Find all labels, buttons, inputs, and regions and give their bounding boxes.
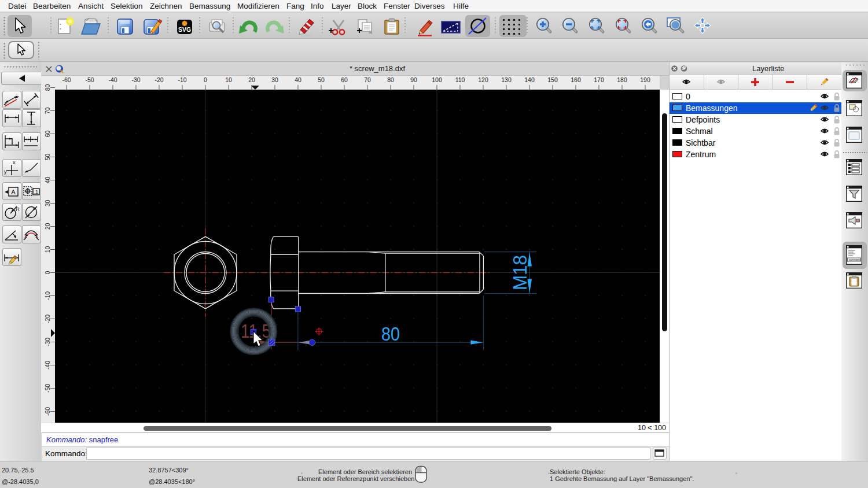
svg-text:90: 90 bbox=[410, 76, 417, 83]
svg-text:-30: -30 bbox=[131, 76, 140, 83]
svg-text:y: y bbox=[4, 169, 7, 175]
svg-text:80: 80 bbox=[381, 323, 400, 345]
svg-text:190: 190 bbox=[640, 76, 650, 83]
svg-text:50: 50 bbox=[44, 154, 51, 161]
svg-text:100: 100 bbox=[432, 76, 442, 83]
svg-text:-40: -40 bbox=[44, 361, 51, 369]
svg-text:x: x bbox=[13, 160, 16, 165]
svg-text:A: A bbox=[11, 188, 16, 195]
svg-text:.1: .1 bbox=[34, 189, 38, 195]
svg-text:20: 20 bbox=[248, 76, 255, 83]
svg-text:R: R bbox=[16, 206, 20, 212]
svg-text:0: 0 bbox=[204, 76, 207, 83]
svg-text:20: 20 bbox=[44, 223, 51, 230]
svg-text:30: 30 bbox=[271, 76, 278, 83]
svg-text:M18: M18 bbox=[509, 255, 531, 290]
svg-text:0: 0 bbox=[44, 271, 51, 274]
svg-text:10: 10 bbox=[44, 246, 51, 253]
svg-text:140: 140 bbox=[524, 76, 535, 83]
svg-text:60: 60 bbox=[341, 76, 348, 83]
svg-text:command: command bbox=[849, 258, 860, 261]
svg-text:-20: -20 bbox=[44, 315, 51, 323]
svg-text:40: 40 bbox=[295, 76, 301, 83]
svg-text:-30: -30 bbox=[44, 338, 51, 346]
svg-text:-60: -60 bbox=[44, 407, 51, 416]
svg-text:-20: -20 bbox=[155, 76, 163, 83]
svg-text:-10: -10 bbox=[178, 76, 186, 83]
svg-text:30: 30 bbox=[44, 200, 51, 207]
svg-text:110: 110 bbox=[455, 76, 465, 83]
svg-text:70: 70 bbox=[44, 108, 51, 114]
svg-text:-10: -10 bbox=[44, 291, 51, 300]
svg-text:-60: -60 bbox=[62, 76, 71, 83]
svg-text:160: 160 bbox=[571, 76, 581, 83]
svg-text:-50: -50 bbox=[85, 76, 94, 83]
svg-text:70: 70 bbox=[364, 76, 371, 83]
svg-text:80: 80 bbox=[387, 76, 394, 83]
svg-text:80: 80 bbox=[44, 84, 51, 91]
svg-text:50: 50 bbox=[318, 76, 325, 83]
svg-text:10: 10 bbox=[225, 76, 232, 83]
svg-text:170: 170 bbox=[594, 76, 604, 83]
svg-text:40: 40 bbox=[44, 177, 51, 184]
svg-text:-40: -40 bbox=[108, 76, 117, 83]
svg-text:-50: -50 bbox=[44, 384, 51, 393]
svg-text:150: 150 bbox=[547, 76, 558, 83]
svg-text:120: 120 bbox=[478, 76, 488, 83]
svg-text:130: 130 bbox=[501, 76, 512, 83]
svg-text:180: 180 bbox=[617, 76, 627, 83]
svg-text:60: 60 bbox=[44, 131, 51, 138]
